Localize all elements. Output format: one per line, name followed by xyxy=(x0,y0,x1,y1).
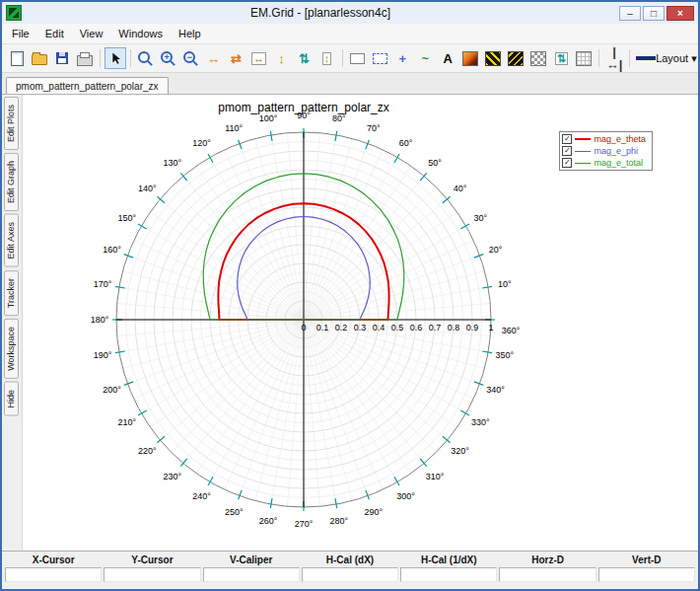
print-button[interactable] xyxy=(74,47,96,69)
svg-text:150°: 150° xyxy=(117,213,136,223)
readout-bar: X-CursorY-CursorV-CaliperH-Cal (dX)H-Cal… xyxy=(2,551,698,589)
app-icon xyxy=(6,5,22,21)
axes-style-2-button[interactable] xyxy=(505,47,526,69)
scale-slider-icon: ⇅ xyxy=(555,52,568,65)
magnifier-icon xyxy=(138,51,150,63)
new-icon xyxy=(11,51,24,66)
image-style-button[interactable] xyxy=(459,47,481,69)
sidebar-tab-edit-axes[interactable]: Edit Axes xyxy=(4,214,19,267)
legend-checkbox-mag_e_theta[interactable]: ✓ xyxy=(562,134,572,144)
tracker-curve-icon: ~ xyxy=(422,52,430,65)
zoom-in-button[interactable]: + xyxy=(158,47,179,69)
magnifier-icon: − xyxy=(183,51,195,63)
legend-checkbox-mag_e_total[interactable]: ✓ xyxy=(562,158,572,168)
svg-text:50°: 50° xyxy=(428,158,442,168)
legend-label: mag_e_theta xyxy=(594,134,646,144)
select-cursor-button[interactable] xyxy=(105,47,126,69)
svg-text:0.7: 0.7 xyxy=(429,323,442,332)
sidebar-tab-edit-graph[interactable]: Edit Graph xyxy=(4,153,19,211)
add-text-button[interactable]: A xyxy=(437,47,458,69)
select-region-button[interactable] xyxy=(346,47,368,69)
measure-width-button[interactable]: |↔| xyxy=(603,47,625,69)
readout-header-h-cal-1-dx-: H-Cal (1/dX) xyxy=(399,553,498,567)
readout-value-cell xyxy=(598,567,695,582)
menu-edit[interactable]: Edit xyxy=(37,25,72,42)
svg-text:110°: 110° xyxy=(225,123,243,133)
crosshair-button[interactable]: + xyxy=(391,47,413,69)
svg-text:360°: 360° xyxy=(502,326,521,335)
readout-cells xyxy=(4,567,696,582)
shift-y-button[interactable]: ⇅ xyxy=(294,47,315,69)
sidebar-tab-hide[interactable]: Hide xyxy=(4,382,19,416)
legend-line-sample xyxy=(575,163,591,164)
grid-style-button[interactable] xyxy=(527,47,549,69)
menu-file[interactable]: File xyxy=(4,25,37,42)
sidebar-tab-workspace[interactable]: Workspace xyxy=(4,319,19,379)
svg-text:70°: 70° xyxy=(367,123,381,133)
window-title: EM.Grid - [planarlesson4c] xyxy=(22,6,619,20)
legend-checkbox-mag_e_phi[interactable]: ✓ xyxy=(562,146,572,156)
svg-text:210°: 210° xyxy=(117,417,136,427)
app-window: EM.Grid - [planarlesson4c] – □ × FileEdi… xyxy=(0,0,700,591)
legend-item-mag_e_phi[interactable]: ✓mag_e_phi xyxy=(562,146,646,156)
sidebar-tab-edit-plots[interactable]: Edit Plots xyxy=(4,97,19,150)
svg-text:20°: 20° xyxy=(489,245,503,255)
layout-line-swatch[interactable] xyxy=(634,47,658,69)
menu-windows[interactable]: Windows xyxy=(110,25,171,42)
layout-dropdown[interactable]: Layout ▾ xyxy=(659,47,694,69)
table-view-button[interactable] xyxy=(573,47,595,69)
open-button[interactable] xyxy=(29,47,50,69)
expand-x-button[interactable]: ⇄ xyxy=(226,47,247,69)
legend-item-mag_e_total[interactable]: ✓mag_e_total xyxy=(562,158,646,168)
readout-value-cell xyxy=(203,567,300,582)
svg-text:180°: 180° xyxy=(91,315,109,325)
toolbar-separator xyxy=(130,49,131,67)
svg-text:80°: 80° xyxy=(332,113,346,123)
scale-slider-button[interactable]: ⇅ xyxy=(550,47,572,69)
maximize-button[interactable]: □ xyxy=(643,6,665,21)
svg-text:30°: 30° xyxy=(473,213,487,223)
fit-x-button[interactable]: ↔ xyxy=(248,47,270,69)
document-tab[interactable]: pmom_pattern_pattern_polar_zx xyxy=(6,77,169,94)
cursor-arrow-icon xyxy=(108,51,122,65)
legend-item-mag_e_theta[interactable]: ✓mag_e_theta xyxy=(562,134,646,144)
menubar: FileEditViewWindowsHelp xyxy=(2,24,698,44)
svg-text:60°: 60° xyxy=(399,138,413,148)
tracker-curve-button[interactable]: ~ xyxy=(414,47,436,69)
select-region-icon xyxy=(350,53,365,64)
pan-x-button[interactable]: ↔ xyxy=(203,47,225,69)
menu-view[interactable]: View xyxy=(72,25,111,42)
expand-x-icon: ⇄ xyxy=(231,52,242,65)
toolbar-separator xyxy=(629,49,630,67)
save-button[interactable] xyxy=(51,47,73,69)
svg-text:190°: 190° xyxy=(94,350,112,360)
document-tabstrip: pmom_pattern_pattern_polar_zx xyxy=(2,73,698,95)
svg-text:0.3: 0.3 xyxy=(354,323,367,332)
sidebar-tab-tracker[interactable]: Tracker xyxy=(4,270,19,316)
axes-style-2-icon xyxy=(508,51,524,66)
svg-text:350°: 350° xyxy=(496,350,515,360)
layout-label: Layout ▾ xyxy=(656,52,697,65)
axes-style-button[interactable] xyxy=(482,47,504,69)
new-button[interactable] xyxy=(6,47,28,69)
zoom-out-button[interactable]: − xyxy=(180,47,202,69)
minimize-button[interactable]: – xyxy=(619,6,641,21)
svg-text:100°: 100° xyxy=(259,113,278,123)
fit-y-button[interactable]: ↕ xyxy=(316,47,338,69)
svg-text:250°: 250° xyxy=(225,507,244,517)
readout-value-cell xyxy=(499,567,595,582)
readout-value-cell xyxy=(5,567,102,582)
svg-text:280°: 280° xyxy=(330,516,349,526)
svg-text:310°: 310° xyxy=(426,472,445,481)
menu-help[interactable]: Help xyxy=(171,25,209,42)
svg-text:270°: 270° xyxy=(295,519,314,529)
expand-y-button[interactable]: ↕ xyxy=(271,47,293,69)
window-controls: – □ × xyxy=(619,6,694,21)
zoom-window-button[interactable] xyxy=(135,47,157,69)
zoom-region-button[interactable] xyxy=(369,47,390,69)
legend-line-sample xyxy=(575,138,591,140)
fit-y-icon: ↕ xyxy=(322,52,332,65)
close-button[interactable]: × xyxy=(666,6,694,21)
save-icon xyxy=(56,52,68,64)
toolbar: +−↔⇄↔↕⇅↕+~A⇅|↔|Layout ▾ xyxy=(2,44,698,73)
